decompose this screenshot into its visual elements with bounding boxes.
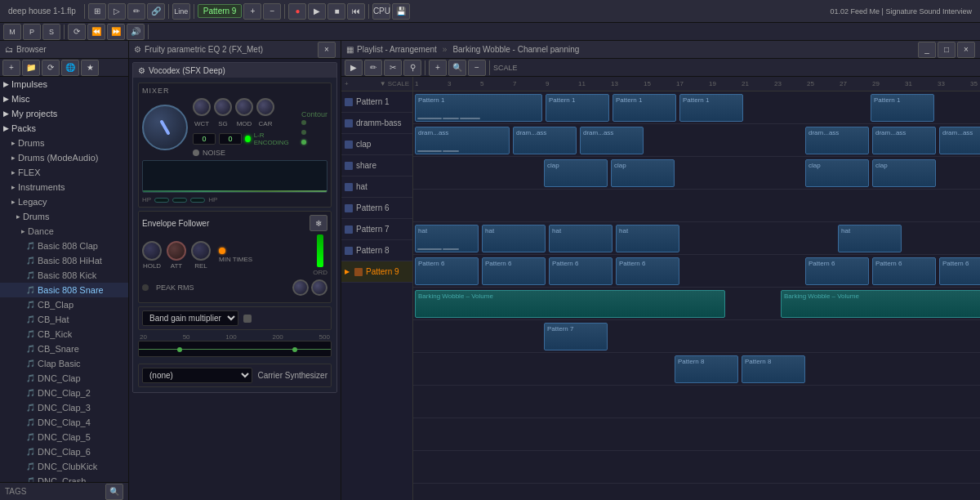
pattern-block-3-3[interactable]: clap <box>805 159 869 187</box>
toolbar2-btn3[interactable]: ⏩ <box>107 24 125 40</box>
browser-tree-item-22[interactable]: 🎵DNC_Clap_3 <box>0 400 128 415</box>
pattern-block-7-1[interactable]: Barking Wobble – Volume <box>415 290 725 318</box>
channel-item-p6[interactable]: Pattern 6 <box>341 198 412 219</box>
pattern-block-1-5[interactable]: Pattern 1 <box>871 94 934 122</box>
pattern-block-3-1[interactable]: clap <box>544 159 608 187</box>
browser-tree-item-4[interactable]: ▸Drums <box>0 136 128 150</box>
toolbar-btn-plus[interactable]: + <box>243 3 261 20</box>
pattern-block-8-1[interactable]: Pattern 7 <box>544 323 608 350</box>
browser-tree-item-7[interactable]: ▸Instruments <box>0 180 128 194</box>
pl-tool-1[interactable]: ▶ <box>345 60 363 76</box>
pattern-block-6-2[interactable]: Pattern 6 <box>482 257 546 285</box>
pl-zoom-in[interactable]: 🔍 <box>448 60 466 76</box>
browser-tool-new[interactable]: + <box>2 60 20 76</box>
browser-tool-refresh[interactable]: ⟳ <box>42 60 60 76</box>
toolbar-btn-stop[interactable]: ■ <box>327 3 345 20</box>
channel-strip-plus[interactable]: + <box>345 80 349 87</box>
timeline[interactable]: 1357911131517192123252729313335373941434… <box>413 77 980 500</box>
piano-roll-btn[interactable]: P <box>23 24 41 40</box>
track-row-12[interactable] <box>413 451 980 484</box>
browser-tree-item-17[interactable]: 🎵CB_Kick <box>0 327 128 342</box>
browser-tree-item-20[interactable]: 🎵DNC_Clap <box>0 371 128 386</box>
pattern-block-6-5[interactable]: Pattern 6 <box>805 257 869 285</box>
browser-tree-item-9[interactable]: ▸Drums <box>0 209 128 224</box>
pattern-block-5-2[interactable]: hat <box>482 225 546 252</box>
browser-tool-star[interactable]: ★ <box>81 60 99 76</box>
pattern-block-6-4[interactable]: Pattern 6 <box>616 257 679 285</box>
toolbar-btn-line[interactable]: Line <box>172 3 190 20</box>
toolbar2-btn4[interactable]: 🔊 <box>127 24 145 40</box>
browser-tree-item-3[interactable]: ▶Packs <box>0 121 128 136</box>
browser-tree-item-15[interactable]: 🎵CB_Clap <box>0 297 128 312</box>
track-row-2[interactable]: dram...ass dram...ass dram...ass dram...… <box>413 124 980 157</box>
channel-item-share[interactable]: share <box>341 155 412 176</box>
browser-search-btn[interactable]: 🔍 <box>105 484 123 500</box>
pattern-block-1-1[interactable]: Pattern 1 <box>415 94 542 122</box>
browser-tree-item-23[interactable]: 🎵DNC_Clap_4 <box>0 415 128 430</box>
browser-tree-item-6[interactable]: ▸FLEX <box>0 165 128 180</box>
hp-button-3[interactable] <box>190 198 205 203</box>
browser-tree-item-21[interactable]: 🎵DNC_Clap_2 <box>0 386 128 400</box>
browser-tree-item-16[interactable]: 🎵CB_Hat <box>0 312 128 327</box>
sg-knob[interactable] <box>214 98 232 116</box>
track-row-5[interactable]: hat hat hat hat hat hat <box>413 222 980 255</box>
band-gain-select[interactable]: Band gain multiplier <box>142 310 238 326</box>
pattern-block-6-6[interactable]: Pattern 6 <box>872 257 936 285</box>
pl-tool-add[interactable]: + <box>429 60 447 76</box>
toolbar-btn-play[interactable]: ▶ <box>308 3 326 20</box>
browser-tool-web[interactable]: 🌐 <box>61 60 79 76</box>
browser-tree-item-25[interactable]: 🎵DNC_Clap_6 <box>0 444 128 459</box>
pattern-block-2-2[interactable]: dram...ass <box>513 127 577 154</box>
pl-tool-2[interactable]: ✏ <box>364 60 382 76</box>
pattern-block-5-4[interactable]: hat <box>616 225 679 252</box>
track-row-10[interactable] <box>413 386 980 418</box>
pattern-block-3-2[interactable]: clap <box>611 159 675 187</box>
pattern-selector[interactable]: Pattern 9 <box>198 4 243 18</box>
toolbar-btn-minus[interactable]: − <box>263 3 281 20</box>
browser-tree-item-14[interactable]: 🎵Basic 808 Snare <box>0 283 128 297</box>
pattern-block-2-4[interactable]: dram...ass <box>805 127 869 154</box>
toolbar2-btn2[interactable]: ⏪ <box>87 24 105 40</box>
browser-tree-item-11[interactable]: 🎵Basic 808 Clap <box>0 239 128 253</box>
pattern-block-9-1[interactable]: Pattern 8 <box>675 355 738 383</box>
pattern-block-2-5[interactable]: dram...ass <box>872 127 936 154</box>
env-knob-2[interactable] <box>311 279 327 296</box>
pattern-block-5-3[interactable]: hat <box>549 225 612 252</box>
channel-item-hat[interactable]: hat <box>341 176 412 198</box>
playlist-min-btn[interactable]: _ <box>918 42 936 58</box>
channel-item-dramm[interactable]: dramm-bass <box>341 113 412 134</box>
browser-tree-item-5[interactable]: ▸Drums (ModeAudio) <box>0 150 128 165</box>
hold-knob[interactable] <box>142 241 162 261</box>
pattern-block-6-1[interactable]: Pattern 6 <box>415 257 479 285</box>
pattern-block-1-3[interactable]: Pattern 1 <box>612 94 676 122</box>
toolbar-btn-2[interactable]: ▷ <box>108 3 126 20</box>
step-seq-btn[interactable]: S <box>42 24 60 40</box>
pattern-block-9-2[interactable]: Pattern 8 <box>742 355 805 383</box>
browser-tree-item-8[interactable]: ▸Legacy <box>0 194 128 209</box>
track-row-9[interactable]: Pattern 8 Pattern 8 <box>413 353 980 386</box>
num-display-2[interactable]: 0 <box>219 133 242 145</box>
pattern-block-2-3[interactable]: dram...ass <box>580 127 644 154</box>
pattern-block-1-4[interactable]: Pattern 1 <box>679 94 743 122</box>
track-row-11[interactable] <box>413 418 980 451</box>
env-knob-1[interactable] <box>292 279 309 296</box>
playlist-close-btn[interactable]: × <box>957 42 975 58</box>
browser-tree-item-19[interactable]: 🎵Clap Basic <box>0 356 128 371</box>
browser-tree-item-27[interactable]: 🎵DNC_Crash <box>0 474 128 482</box>
num-display-1[interactable]: 0 <box>193 133 216 145</box>
channel-item-p8[interactable]: Pattern 8 <box>341 240 412 261</box>
main-knob[interactable] <box>142 105 188 150</box>
track-row-3[interactable]: clap clap clap clap clap <box>413 157 980 190</box>
toolbar-btn-1[interactable]: ⊞ <box>88 3 106 20</box>
pattern-block-6-3[interactable]: Pattern 6 <box>549 257 612 285</box>
track-row-1[interactable]: Pattern 1 Pattern 1 Pattern 1 Pattern 1 … <box>413 92 980 124</box>
rel-knob[interactable] <box>191 241 211 261</box>
pl-tool-3[interactable]: ✂ <box>384 60 402 76</box>
pl-zoom-out[interactable]: − <box>468 60 486 76</box>
browser-tree-item-10[interactable]: ▸Dance <box>0 224 128 239</box>
fx-close-btn[interactable]: × <box>318 42 336 58</box>
hp-button-2[interactable] <box>172 198 187 203</box>
browser-tree-item-12[interactable]: 🎵Basic 808 HiHat <box>0 253 128 268</box>
fx-plugin-header[interactable]: ⚙ Vocodex (SFX Deep) <box>133 63 336 78</box>
channel-item-pattern1[interactable]: Pattern 1 <box>341 92 412 113</box>
